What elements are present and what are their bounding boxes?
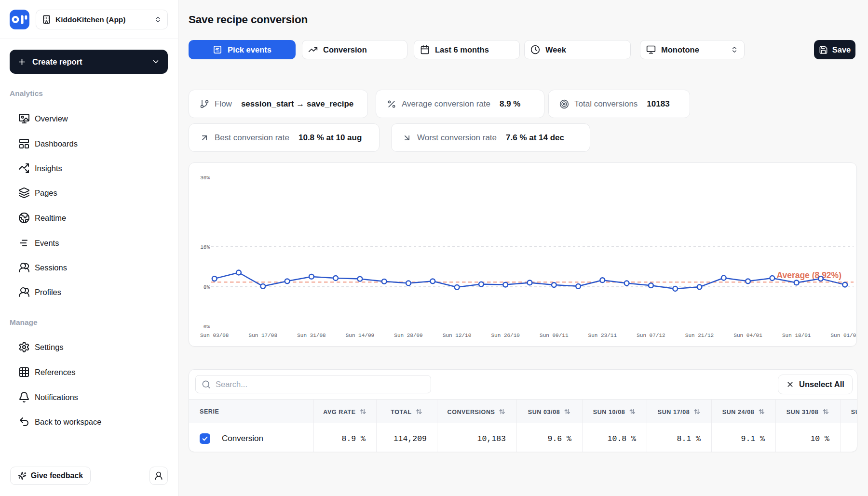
svg-text:0%: 0% bbox=[203, 324, 210, 330]
svg-text:8%: 8% bbox=[203, 284, 210, 290]
svg-text:Sun 17/08: Sun 17/08 bbox=[249, 333, 277, 338]
svg-text:Sun 28/09: Sun 28/09 bbox=[394, 333, 422, 338]
svg-text:Sun 01/02: Sun 01/02 bbox=[830, 333, 856, 338]
svg-text:30%: 30% bbox=[200, 175, 210, 181]
svg-text:Average (8.92%): Average (8.92%) bbox=[776, 270, 841, 280]
svg-text:Sun 14/09: Sun 14/09 bbox=[346, 333, 374, 338]
svg-text:Sun 03/08: Sun 03/08 bbox=[200, 333, 229, 338]
svg-text:Sun 23/11: Sun 23/11 bbox=[588, 333, 617, 338]
svg-text:Sun 07/12: Sun 07/12 bbox=[637, 333, 665, 338]
svg-text:Sun 18/01: Sun 18/01 bbox=[782, 333, 811, 338]
svg-text:16%: 16% bbox=[200, 244, 210, 250]
svg-text:Sun 12/10: Sun 12/10 bbox=[443, 333, 471, 338]
svg-text:Sun 09/11: Sun 09/11 bbox=[540, 333, 569, 338]
svg-text:Sun 26/10: Sun 26/10 bbox=[491, 333, 519, 338]
svg-text:Sun 31/08: Sun 31/08 bbox=[297, 333, 326, 338]
svg-text:Sun 21/12: Sun 21/12 bbox=[685, 333, 714, 338]
svg-text:Sun 04/01: Sun 04/01 bbox=[733, 333, 762, 338]
